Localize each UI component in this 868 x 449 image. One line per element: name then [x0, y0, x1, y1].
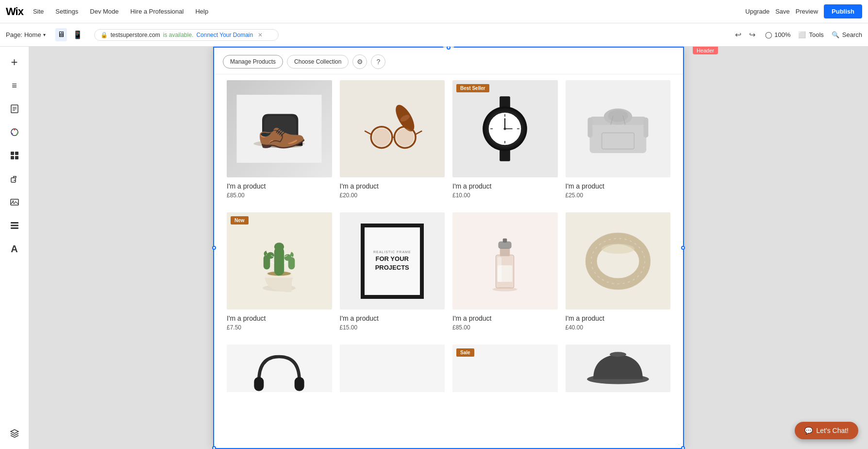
mobile-icon[interactable]: 📱: [71, 28, 84, 41]
svg-point-43: [504, 128, 506, 130]
product-card[interactable]: [336, 339, 449, 392]
second-bar: Page: Home ▾ 🖥 📱 🔒 testsuperstore.com is…: [0, 23, 868, 47]
canvas-wrapper: Header ↓ Manage Products Choose Collecti…: [29, 47, 868, 449]
product-price: £40.00: [566, 324, 671, 331]
product-card[interactable]: Best Seller: [449, 74, 562, 205]
nav-settings[interactable]: Settings: [55, 8, 78, 15]
tools-button[interactable]: ⬜ Tools: [798, 31, 823, 38]
undo-button[interactable]: ↩: [733, 28, 743, 41]
product-image-scarf: [566, 212, 671, 310]
sidebar-cms-icon[interactable]: [5, 216, 24, 235]
nav-site[interactable]: Site: [33, 8, 44, 15]
svg-point-29: [396, 128, 414, 146]
svg-point-7: [16, 133, 17, 135]
svg-point-6: [11, 133, 13, 135]
sale-badge: Sale: [456, 348, 474, 357]
product-image-hat: [566, 345, 671, 392]
nav-help[interactable]: Help: [195, 8, 208, 15]
wix-logo: Wix: [6, 5, 23, 18]
svg-rect-85: [295, 377, 304, 391]
product-card[interactable]: I'm a product £20.00: [336, 74, 449, 205]
svg-rect-61: [267, 252, 274, 259]
save-button[interactable]: Save: [775, 8, 790, 15]
domain-name: testsuperstore.com: [111, 32, 160, 38]
svg-point-82: [601, 243, 634, 253]
product-name: I'm a product: [340, 182, 445, 190]
page-selector[interactable]: Page: Home ▾: [6, 31, 46, 38]
svg-rect-74: [503, 238, 507, 242]
product-card[interactable]: [562, 339, 675, 392]
svg-rect-9: [15, 152, 18, 155]
chat-icon: 💬: [804, 427, 813, 434]
redo-button[interactable]: ↪: [747, 28, 757, 41]
svg-point-76: [493, 287, 517, 292]
sidebar-design-icon[interactable]: [5, 122, 24, 142]
svg-point-28: [373, 128, 391, 146]
preview-button[interactable]: Preview: [796, 8, 818, 15]
nav-dev-mode[interactable]: Dev Mode: [90, 8, 118, 15]
product-image-watch: Best Seller: [452, 80, 558, 177]
page-name: Home: [24, 31, 41, 38]
product-name: I'm a product: [452, 314, 558, 322]
svg-rect-53: [643, 118, 648, 138]
product-card[interactable]: I'm a product £85.00: [449, 207, 562, 337]
product-card[interactable]: New: [223, 207, 336, 337]
desktop-icon[interactable]: 🖥: [55, 28, 67, 41]
svg-point-19: [254, 140, 305, 147]
svg-point-59: [274, 242, 284, 251]
svg-rect-13: [11, 199, 18, 205]
upgrade-button[interactable]: Upgrade: [745, 8, 769, 15]
zoom-level: 100%: [774, 31, 790, 38]
product-card[interactable]: REALISTIC FRAME FOR YOUR PROJECTS I'm a …: [336, 207, 449, 337]
product-grid-row1: I'm a product £85.00: [213, 74, 684, 205]
handle-bottom-right[interactable]: [681, 446, 685, 449]
product-toolbar: Manage Products Choose Collection ⚙ ?: [213, 47, 684, 74]
handle-bottom-left[interactable]: [212, 446, 216, 449]
manage-products-button[interactable]: Manage Products: [223, 55, 283, 69]
product-image-empty: [340, 345, 445, 392]
product-price: £10.00: [452, 192, 558, 199]
undo-redo-group: ↩ ↪: [733, 28, 757, 41]
sidebar-add-icon[interactable]: +: [5, 52, 24, 72]
choose-collection-button[interactable]: Choose Collection: [287, 55, 349, 69]
page-frame: Header ↓ Manage Products Choose Collecti…: [213, 47, 684, 449]
product-card[interactable]: I'm a product £25.00: [562, 74, 675, 205]
publish-button[interactable]: Publish: [824, 4, 862, 18]
product-image-glasses: [340, 80, 445, 177]
sidebar-layers-icon[interactable]: [5, 424, 24, 443]
svg-rect-18: [237, 95, 322, 163]
svg-rect-8: [11, 152, 14, 155]
svg-rect-72: [500, 248, 510, 256]
svg-rect-10: [11, 156, 14, 159]
sidebar-apps-icon[interactable]: [5, 146, 24, 165]
settings-icon-button[interactable]: ⚙: [352, 54, 367, 69]
svg-rect-83: [239, 345, 320, 392]
svg-rect-84: [254, 377, 264, 391]
frame-display: REALISTIC FRAME FOR YOUR PROJECTS: [361, 224, 424, 299]
second-bar-right: ↩ ↪ ◯ 100% ⬜ Tools 🔍 Search: [733, 28, 862, 41]
sidebar-layout-icon[interactable]: ≡: [5, 76, 24, 95]
product-card[interactable]: I'm a product £40.00: [562, 207, 675, 337]
sidebar-pages-icon[interactable]: [5, 99, 24, 119]
svg-rect-58: [274, 246, 284, 276]
product-card[interactable]: Sale: [449, 339, 562, 392]
product-card[interactable]: [223, 339, 336, 392]
product-name: I'm a product: [227, 182, 332, 190]
sidebar-plugins-icon[interactable]: [5, 169, 24, 189]
chat-bubble[interactable]: 💬 Let's Chat!: [795, 422, 859, 439]
domain-close-icon[interactable]: ✕: [258, 32, 263, 38]
help-icon-button[interactable]: ?: [371, 54, 385, 69]
sidebar-media-icon[interactable]: [5, 192, 24, 212]
product-image-boots: [227, 80, 332, 177]
zoom-indicator[interactable]: ◯ 100%: [765, 31, 790, 38]
frame-for-text: FOR YOUR: [376, 255, 409, 263]
product-card[interactable]: I'm a product £85.00: [223, 74, 336, 205]
nav-hire[interactable]: Hire a Professional: [131, 8, 184, 15]
product-grid-row3: Sale: [213, 339, 684, 392]
new-badge: New: [231, 216, 249, 224]
search-button[interactable]: 🔍 Search: [832, 31, 862, 38]
connect-domain-link[interactable]: Connect Your Domain: [196, 32, 253, 38]
sidebar-font-icon[interactable]: A: [5, 239, 24, 259]
product-image-hoodie: [566, 80, 671, 177]
product-price: £85.00: [452, 324, 558, 331]
